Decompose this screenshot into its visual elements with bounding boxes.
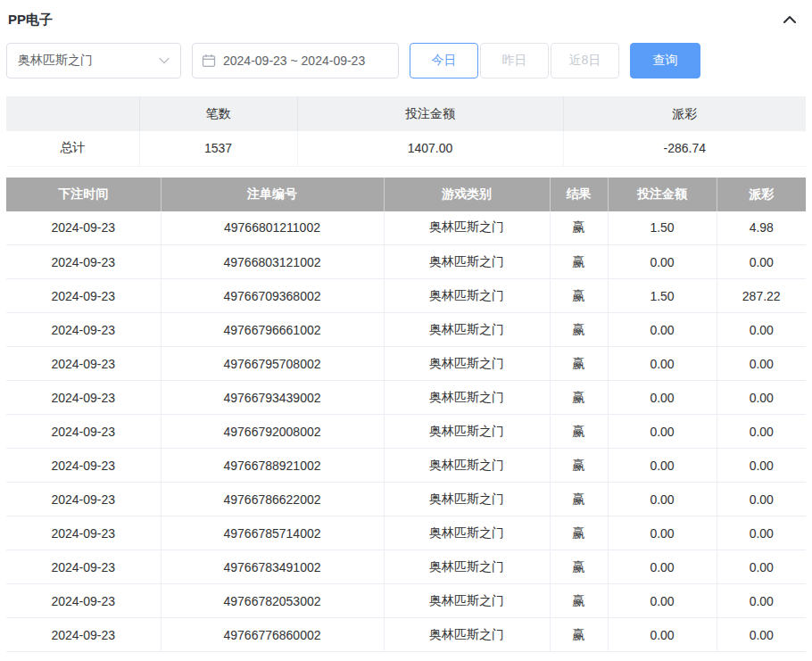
table-cell: 0.00 xyxy=(717,313,806,347)
table-cell: 赢 xyxy=(550,313,608,347)
table-cell: 0.00 xyxy=(608,449,717,483)
table-cell: 0.00 xyxy=(717,483,806,516)
table-cell: 赢 xyxy=(550,279,608,313)
summary-header-count: 笔数 xyxy=(139,96,297,131)
summary-header-row: 笔数 投注金额 派彩 xyxy=(6,96,806,131)
table-cell: 49766796661002 xyxy=(161,313,384,347)
summary-header-empty xyxy=(6,96,139,131)
header-result: 结果 xyxy=(550,178,608,211)
calendar-icon xyxy=(202,54,216,68)
table-row: 2024-09-2349766793439002奥林匹斯之门赢0.000.00 xyxy=(6,381,806,415)
table-cell: 2024-09-23 xyxy=(6,211,161,245)
table-cell: 49766776860002 xyxy=(161,618,384,652)
table-cell: 赢 xyxy=(550,483,608,516)
table-cell: 0.00 xyxy=(608,313,717,347)
table-cell: 赢 xyxy=(550,584,608,618)
summary-header-bet: 投注金额 xyxy=(297,96,563,131)
table-cell: 2024-09-23 xyxy=(6,381,161,415)
game-select-value: 奥林匹斯之门 xyxy=(18,53,93,69)
collapse-panel-button[interactable] xyxy=(779,12,800,28)
panel-header: PP电子 xyxy=(6,0,806,37)
table-cell: 49766782053002 xyxy=(161,584,384,618)
table-cell: 0.00 xyxy=(717,381,806,415)
table-cell: 奥林匹斯之门 xyxy=(384,211,550,245)
table-cell: 奥林匹斯之门 xyxy=(384,618,550,652)
summary-bet-value: 1407.00 xyxy=(297,131,563,166)
table-cell: 0.00 xyxy=(608,584,717,618)
table-header-row: 下注时间 注单编号 游戏类别 结果 投注金额 派彩 xyxy=(6,178,806,211)
table-cell: 0.00 xyxy=(717,245,806,279)
table-row: 2024-09-2349766782053002奥林匹斯之门赢0.000.00 xyxy=(6,584,806,618)
table-cell: 奥林匹斯之门 xyxy=(384,550,550,584)
query-button[interactable]: 查询 xyxy=(630,43,700,78)
table-cell: 赢 xyxy=(550,245,608,279)
table-row: 2024-09-2349766709368002奥林匹斯之门赢1.50287.2… xyxy=(6,279,806,313)
table-cell: 0.00 xyxy=(717,347,806,381)
game-select[interactable]: 奥林匹斯之门 xyxy=(6,43,181,78)
date-range-input[interactable]: 2024-09-23 ~ 2024-09-23 xyxy=(192,43,399,78)
filter-toolbar: 奥林匹斯之门 2024-09-23 ~ 2024-09-23 今日 昨日 近8日… xyxy=(6,43,806,78)
today-button[interactable]: 今日 xyxy=(410,43,478,78)
summary-count-value: 1537 xyxy=(139,131,297,166)
table-cell: 奥林匹斯之门 xyxy=(384,313,550,347)
yesterday-button[interactable]: 昨日 xyxy=(480,43,549,78)
summary-total-row: 总计 1537 1407.00 -286.74 xyxy=(6,131,806,166)
table-row: 2024-09-2349766783491002奥林匹斯之门赢0.000.00 xyxy=(6,550,806,584)
table-cell: 49766801211002 xyxy=(161,211,384,245)
table-cell: 奥林匹斯之门 xyxy=(384,347,550,381)
table-cell: 49766792008002 xyxy=(161,415,384,449)
table-cell: 0.00 xyxy=(608,245,717,279)
bet-records-table: 下注时间 注单编号 游戏类别 结果 投注金额 派彩 2024-09-234976… xyxy=(6,178,806,653)
table-row: 2024-09-2349766803121002奥林匹斯之门赢0.000.00 xyxy=(6,245,806,279)
table-cell: 2024-09-23 xyxy=(6,347,161,381)
table-cell: 0.00 xyxy=(717,618,806,652)
table-cell: 49766709368002 xyxy=(161,279,384,313)
table-cell: 1.50 xyxy=(608,279,717,313)
table-cell: 奥林匹斯之门 xyxy=(384,483,550,516)
table-cell: 49766786622002 xyxy=(161,483,384,516)
summary-header-payout: 派彩 xyxy=(563,96,806,131)
table-row: 2024-09-2349766786622002奥林匹斯之门赢0.000.00 xyxy=(6,483,806,516)
table-cell: 49766795708002 xyxy=(161,347,384,381)
table-cell: 0.00 xyxy=(608,550,717,584)
table-cell: 2024-09-23 xyxy=(6,618,161,652)
panel-title: PP电子 xyxy=(8,12,53,29)
table-cell: 赢 xyxy=(550,415,608,449)
header-bet-time: 下注时间 xyxy=(6,178,161,211)
table-cell: 赢 xyxy=(550,347,608,381)
header-game-type: 游戏类别 xyxy=(384,178,550,211)
summary-total-label: 总计 xyxy=(6,131,139,166)
table-cell: 0.00 xyxy=(717,449,806,483)
chevron-up-icon xyxy=(783,15,797,24)
table-cell: 2024-09-23 xyxy=(6,584,161,618)
table-cell: 2024-09-23 xyxy=(6,245,161,279)
table-cell: 287.22 xyxy=(717,279,806,313)
table-cell: 2024-09-23 xyxy=(6,279,161,313)
table-row: 2024-09-2349766785714002奥林匹斯之门赢0.000.00 xyxy=(6,516,806,550)
table-row: 2024-09-2349766795708002奥林匹斯之门赢0.000.00 xyxy=(6,347,806,381)
table-cell: 49766785714002 xyxy=(161,516,384,550)
table-cell: 0.00 xyxy=(608,483,717,516)
chevron-down-icon xyxy=(159,57,170,64)
table-cell: 2024-09-23 xyxy=(6,449,161,483)
table-cell: 赢 xyxy=(550,618,608,652)
table-cell: 2024-09-23 xyxy=(6,483,161,516)
table-cell: 0.00 xyxy=(717,516,806,550)
table-cell: 0.00 xyxy=(717,550,806,584)
header-order-id: 注单编号 xyxy=(161,178,384,211)
table-cell: 2024-09-23 xyxy=(6,550,161,584)
table-cell: 0.00 xyxy=(717,415,806,449)
table-cell: 2024-09-23 xyxy=(6,516,161,550)
table-row: 2024-09-2349766801211002奥林匹斯之门赢1.504.98 xyxy=(6,211,806,245)
table-cell: 奥林匹斯之门 xyxy=(384,381,550,415)
table-cell: 奥林匹斯之门 xyxy=(384,245,550,279)
table-cell: 奥林匹斯之门 xyxy=(384,516,550,550)
table-cell: 1.50 xyxy=(608,211,717,245)
last-8-days-button[interactable]: 近8日 xyxy=(551,43,619,78)
table-cell: 2024-09-23 xyxy=(6,415,161,449)
table-cell: 0.00 xyxy=(717,584,806,618)
table-row: 2024-09-2349766796661002奥林匹斯之门赢0.000.00 xyxy=(6,313,806,347)
table-cell: 0.00 xyxy=(608,618,717,652)
table-row: 2024-09-2349766776860002奥林匹斯之门赢0.000.00 xyxy=(6,618,806,652)
header-payout: 派彩 xyxy=(717,178,806,211)
